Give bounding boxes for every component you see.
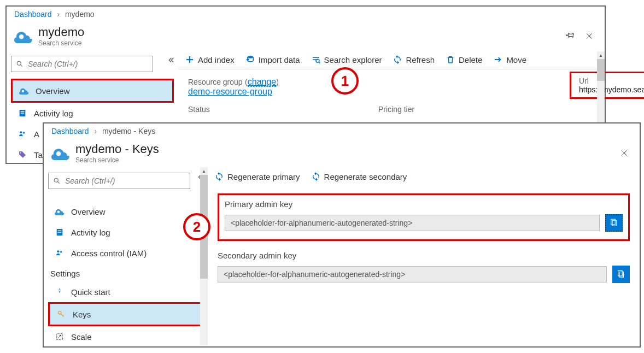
sidebar-item-label: Overview [36,86,70,96]
svg-line-16 [319,62,320,63]
move-button[interactable]: Move [493,55,526,64]
search-service-icon [14,27,33,45]
page-subtitle: Search service [75,156,159,164]
resource-group-link[interactable]: demo-resource-group [188,87,272,96]
copy-icon [616,269,626,279]
import-data-button[interactable]: Import data [245,55,300,64]
sidebar-item-label: A [34,130,39,139]
tag-icon [17,150,27,160]
copy-icon [609,218,619,228]
close-button[interactable] [617,145,632,161]
arrow-right-icon [493,55,503,64]
callout-2: 2 [183,213,210,240]
search-icon [53,177,61,185]
scale-icon [55,332,65,342]
key-icon [56,309,66,319]
sidebar-item-keys[interactable]: Keys [48,302,203,326]
plus-icon [185,55,195,64]
svg-point-24 [59,290,61,291]
svg-point-22 [57,250,59,252]
pricing-tier-label: Pricing tier [378,105,414,114]
regenerate-secondary-button[interactable]: Regenerate secondary [311,172,407,181]
secondary-key-section: Secondary admin key <placeholder-for-alp… [218,251,630,283]
settings-heading: Settings [48,263,203,281]
quickstart-icon [55,287,65,297]
refresh-icon [393,55,402,64]
search-explorer-button[interactable]: Search explorer [311,55,382,64]
secondary-key-label: Secondary admin key [218,251,630,260]
svg-point-25 [58,311,61,314]
page-title: mydemo [38,25,84,39]
toolbar: Regenerate primary Regenerate secondary [208,167,640,186]
log-icon [17,108,27,118]
status-label: Status [188,105,210,114]
sidebar-item-overview[interactable]: Overview [48,201,203,222]
sidebar-item-iam[interactable]: Access control (IAM) [48,243,203,263]
search-input[interactable] [27,59,148,69]
svg-line-5 [21,65,22,67]
sidebar-item-activity-log[interactable]: Activity log [11,103,174,123]
search-input[interactable] [64,176,185,186]
svg-rect-8 [21,113,25,113]
sidebar-item-label: Ta [34,150,43,160]
sidebar-item-activity-log[interactable]: Activity log [48,222,203,243]
refresh-icon [311,172,321,181]
cloud-icon [19,86,29,96]
page-title: mydemo - Keys [75,142,159,156]
sidebar-item-label: Keys [73,310,91,319]
sidebar-item-label: Activity log [34,109,73,118]
sidebar-item-label: Access control (IAM) [71,249,147,258]
search-icon [16,60,24,68]
svg-point-23 [60,251,62,252]
pin-button[interactable] [563,28,578,44]
regenerate-primary-button[interactable]: Regenerate primary [214,172,300,181]
breadcrumb-current: mydemo [65,10,95,19]
delete-button[interactable]: Delete [446,55,482,64]
svg-point-12 [247,56,253,58]
svg-point-4 [17,61,21,65]
svg-rect-7 [21,111,25,112]
import-icon [245,55,255,64]
breadcrumb-current: mydemo - Keys [102,127,155,136]
page-subtitle: Search service [38,39,84,47]
refresh-button[interactable]: Refresh [393,55,435,64]
svg-point-9 [20,131,22,133]
close-button[interactable] [582,28,597,44]
url-box: Url https://mydemo.search.windows.net [570,72,644,99]
svg-line-18 [58,182,60,184]
sidebar-item-scale[interactable]: Scale [48,326,203,347]
add-index-button[interactable]: Add index [185,55,235,64]
sidebar-search[interactable] [48,173,190,189]
sidebar-item-label: Activity log [71,228,110,237]
search-explorer-icon [311,55,321,64]
sidebar-item-quickstart[interactable]: Quick start [48,281,203,302]
sidebar-scrollbar[interactable]: ▲ [200,167,208,345]
breadcrumb-root[interactable]: Dashboard [14,10,52,19]
refresh-icon [214,172,224,181]
breadcrumb-root[interactable]: Dashboard [51,127,89,136]
collapse-sidebar-button[interactable] [166,56,175,67]
primary-key-section: Primary admin key <placeholder-for-alpha… [218,193,630,241]
copy-primary-button[interactable] [605,214,623,232]
copy-secondary-button[interactable] [612,266,630,283]
change-link[interactable]: change [248,77,277,87]
primary-key-label: Primary admin key [225,199,623,209]
log-icon [55,227,65,237]
sidebar-item-overview[interactable]: Overview [11,79,174,103]
resource-group-label: Resource group [188,78,243,86]
search-service-icon [51,144,70,162]
svg-point-17 [54,178,58,182]
sidebar-item-label: Overview [71,207,106,216]
callout-1: 1 [331,67,359,95]
svg-rect-20 [58,231,62,231]
primary-key-value[interactable]: <placeholder-for-alphanumeric-autogenera… [225,215,600,231]
people-icon [55,248,65,258]
svg-point-11 [20,152,21,154]
sidebar-item-label: Quick start [71,287,110,297]
secondary-key-value[interactable]: <placeholder-for-alphanumeric-autogenera… [218,266,607,283]
trash-icon [446,55,455,64]
toolbar: Add index Import data Search explorer Re… [178,50,605,69]
cloud-icon [55,207,65,216]
sidebar-search[interactable] [11,56,153,72]
url-value: https://mydemo.search.windows.net [579,85,644,94]
